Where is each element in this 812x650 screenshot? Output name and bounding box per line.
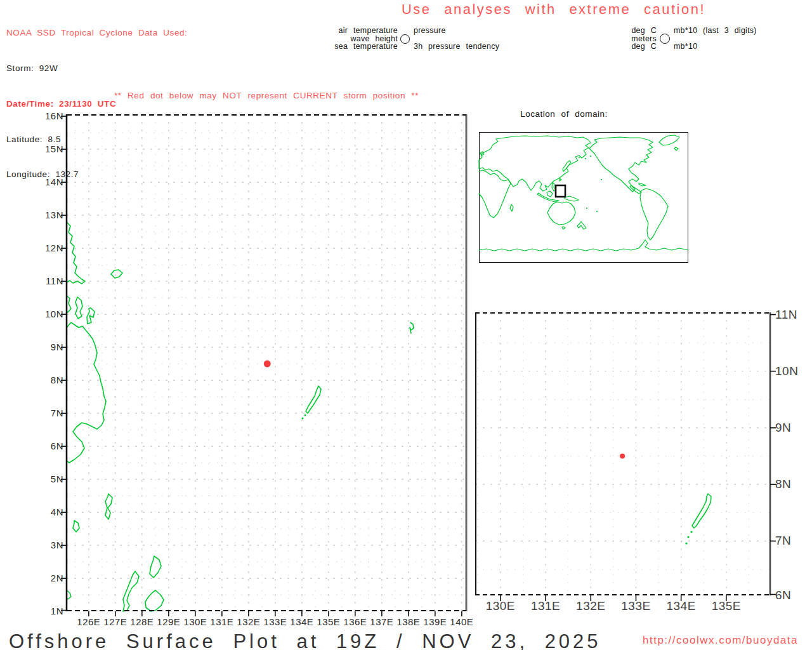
- station-legend-right-column: pressure 3h pressure tendency: [414, 27, 560, 51]
- zoom-x-tick-label: 134E: [658, 599, 704, 613]
- storm-position-dot: [264, 361, 271, 368]
- units-degc-label: deg C: [595, 27, 657, 35]
- zoom-inset-plot: [475, 312, 780, 603]
- caution-heading: Use analyses with extreme caution!: [390, 1, 717, 18]
- zoom-x-tick-label: 133E: [613, 599, 658, 613]
- zoom-x-tick-label: 131E: [523, 599, 568, 613]
- offshore-surface-plot-page: NOAA SSD Tropical Cyclone Data Used: Sto…: [0, 0, 812, 650]
- info-source-line: NOAA SSD Tropical Cyclone Data Used:: [6, 27, 187, 39]
- world-map-inset: [479, 132, 688, 263]
- station-legend-left-column: air temperature wave height sea temperat…: [317, 27, 398, 51]
- world-inset-title: Location of domain:: [501, 109, 627, 119]
- legend-pressure-label: pressure: [414, 27, 560, 35]
- zoom-x-tick-label: 135E: [704, 599, 749, 613]
- zoom-y-tick-label: 10N: [775, 364, 798, 378]
- legend-sea-temperature-label: sea temperature: [317, 43, 398, 51]
- main-y-tick-label: 16N: [25, 110, 63, 122]
- source-url[interactable]: http://coolwx.com/buoydata: [643, 634, 798, 647]
- units-legend-left-column: deg C meters deg C: [595, 27, 657, 51]
- zoom-coastlines: [685, 494, 711, 545]
- coastline-group: [67, 222, 414, 611]
- main-y-tick-label: 14N: [25, 176, 63, 188]
- units-mb10-digits-label: mb*10 (last 3 digits): [674, 27, 807, 35]
- red-dot-warning: ** Red dot below may NOT represent CURRE…: [67, 91, 466, 100]
- main-y-tick-label: 3N: [25, 540, 63, 551]
- zoom-y-tick-label: 8N: [775, 477, 791, 491]
- main-y-tick-label: 2N: [25, 573, 63, 584]
- zoom-y-tick-label: 6N: [775, 588, 791, 602]
- main-y-tick-label: 9N: [25, 342, 63, 353]
- zoom-x-tick-label: 130E: [478, 599, 523, 613]
- main-y-tick-label: 10N: [25, 308, 63, 320]
- main-y-tick-label: 5N: [25, 474, 63, 485]
- main-y-tick-label: 15N: [25, 143, 63, 155]
- domain-location-box: [556, 185, 565, 197]
- main-y-tick-label: 13N: [25, 209, 63, 221]
- info-storm-line: Storm: 92W: [6, 63, 187, 75]
- units-mb10-label: mb*10: [674, 43, 807, 51]
- zoom-y-tick-label: 9N: [775, 421, 791, 435]
- zoom-x-tick-label: 132E: [568, 599, 613, 613]
- main-y-tick-label: 4N: [25, 507, 63, 518]
- world-coastlines: [479, 135, 688, 251]
- zoom-axis-ticks: [501, 315, 776, 601]
- main-y-tick-label: 8N: [25, 375, 63, 386]
- main-y-tick-label: 1N: [25, 606, 63, 617]
- zoom-y-tick-label: 11N: [775, 308, 797, 322]
- main-y-tick-label: 7N: [25, 408, 63, 419]
- legend-air-temperature-label: air temperature: [317, 27, 398, 35]
- main-y-tick-label: 6N: [25, 441, 63, 452]
- units-legend-right-column: mb*10 (last 3 digits) mb*10: [674, 27, 807, 51]
- station-circle-icon: [400, 34, 410, 44]
- zoom-y-tick-label: 7N: [775, 534, 791, 548]
- units-circle-icon: [660, 34, 670, 44]
- main-x-tick-label: 140E: [443, 616, 481, 627]
- plot-title: Offshore Surface Plot at 19Z / NOV 23, 2…: [9, 630, 601, 650]
- units-degc2-label: deg C: [595, 43, 657, 51]
- main-y-tick-label: 12N: [25, 242, 63, 254]
- main-axis-ticks: [61, 116, 462, 616]
- legend-pressure-tendency-label: 3h pressure tendency: [414, 43, 560, 51]
- main-coastlines: [67, 222, 414, 611]
- main-y-tick-label: 11N: [25, 275, 63, 287]
- storm-position-dot-zoom: [620, 454, 625, 459]
- main-map-plot: [59, 114, 471, 619]
